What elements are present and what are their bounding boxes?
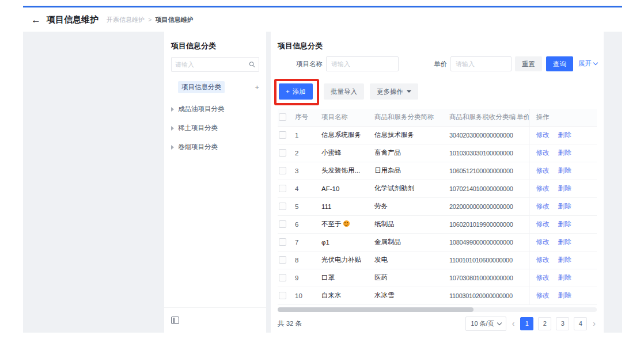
name-filter-input[interactable] xyxy=(326,56,399,71)
add-category-icon[interactable]: + xyxy=(255,83,259,92)
cell-price xyxy=(516,233,529,251)
table-row: 5 111 劳务 2020000000000000000 修改 删除 xyxy=(278,197,597,215)
edit-link[interactable]: 修改 xyxy=(536,256,550,263)
edit-link[interactable]: 修改 xyxy=(536,220,550,227)
edit-link[interactable]: 修改 xyxy=(536,274,550,281)
select-all-checkbox[interactable] xyxy=(279,113,286,121)
cell-ops: 修改 删除 xyxy=(529,269,597,287)
delete-link[interactable]: 删除 xyxy=(558,203,571,209)
sidebar-footer xyxy=(164,307,266,333)
delete-link[interactable]: 删除 xyxy=(558,238,571,245)
tree-item[interactable]: 稀土项目分类 xyxy=(164,119,266,138)
cell-code: 1070214010000000000 xyxy=(448,180,516,197)
sidebar-title: 项目信息分类 xyxy=(171,41,216,51)
query-button[interactable]: 查询 xyxy=(546,56,573,71)
next-page-icon[interactable]: › xyxy=(592,319,597,328)
expand-toggle[interactable]: 展开 xyxy=(578,59,597,68)
tree-item[interactable]: 卷烟项目分类 xyxy=(164,138,266,157)
batch-import-button[interactable]: 批量导入 xyxy=(324,83,364,100)
row-checkbox[interactable] xyxy=(279,167,286,174)
more-actions-label: 更多操作 xyxy=(377,87,403,96)
delete-link[interactable]: 删除 xyxy=(558,292,571,299)
cell-code: 1100301020000000000 xyxy=(448,287,516,304)
row-checkbox[interactable] xyxy=(279,131,286,139)
tree-root-item[interactable]: 项目信息分类 + xyxy=(164,80,266,94)
delete-link[interactable]: 删除 xyxy=(558,274,571,281)
edit-link[interactable]: 修改 xyxy=(536,149,550,156)
cell-ops: 修改 删除 xyxy=(529,287,597,304)
table-row: 7 φ1 金属制品 1080499000000000000 修改 删除 xyxy=(278,233,597,251)
breadcrumb-parent[interactable]: 开票信息维护 xyxy=(107,16,145,24)
breadcrumb-separator: > xyxy=(148,16,151,23)
page-header: ← 项目信息维护 开票信息维护 > 项目信息维护 xyxy=(23,7,622,32)
smiley-emoji-icon xyxy=(343,220,350,227)
edit-link[interactable]: 修改 xyxy=(536,131,550,138)
total-count: 共 32 条 xyxy=(278,319,302,328)
back-arrow-icon[interactable]: ← xyxy=(31,15,41,25)
tree-root-label[interactable]: 项目信息分类 xyxy=(178,81,225,93)
row-checkbox[interactable] xyxy=(279,292,286,299)
collapse-panel-icon[interactable] xyxy=(171,317,179,324)
cell-price xyxy=(516,144,529,162)
tree-item[interactable]: 成品油项目分类 xyxy=(164,100,266,119)
delete-link[interactable]: 删除 xyxy=(558,131,571,138)
horizontal-scrollbar-thumb[interactable] xyxy=(278,307,473,312)
page-size-select[interactable]: 10 条/页 xyxy=(465,317,506,331)
row-checkbox[interactable] xyxy=(279,256,286,264)
add-button[interactable]: + 添加 xyxy=(279,83,313,100)
cell-price xyxy=(516,162,529,180)
sidebar-search-input[interactable] xyxy=(175,61,249,68)
page-button[interactable]: 2 xyxy=(538,317,551,330)
edit-link[interactable]: 修改 xyxy=(536,203,550,209)
table-row: 1 信息系统服务 信息技术服务 3040203000000000000 修改 删… xyxy=(278,126,597,144)
cell-category: 金属制品 xyxy=(373,233,448,251)
edit-link[interactable]: 修改 xyxy=(536,292,550,299)
cell-name: 头发装饰用... xyxy=(320,162,373,180)
page-button[interactable]: 3 xyxy=(556,317,569,330)
tree-item-label: 卷烟项目分类 xyxy=(178,143,218,151)
cell-name: 自来水 xyxy=(320,287,373,304)
table-footer: 共 32 条 10 条/页 ‹ 1 2 3 4 xyxy=(278,316,597,331)
pagination: 10 条/页 ‹ 1 2 3 4 › xyxy=(465,317,597,331)
caret-right-icon[interactable] xyxy=(171,126,174,131)
reset-button[interactable]: 重置 xyxy=(515,56,542,71)
delete-link[interactable]: 删除 xyxy=(558,167,571,174)
price-filter-input[interactable] xyxy=(450,56,512,71)
cell-seq: 10 xyxy=(294,287,320,304)
cell-price xyxy=(516,180,529,197)
row-checkbox[interactable] xyxy=(279,238,286,246)
caret-right-icon[interactable] xyxy=(171,107,174,112)
row-checkbox[interactable] xyxy=(279,185,286,192)
cell-name: 小蜜蜂 xyxy=(320,144,373,162)
content-area: 项目信息分类 项目信息分类 + 成品油项目分类 稀土项目分类 xyxy=(23,32,622,333)
delete-link[interactable]: 删除 xyxy=(558,220,571,227)
more-actions-button[interactable]: 更多操作 xyxy=(370,83,418,100)
row-checkbox[interactable] xyxy=(279,220,286,228)
table-row: 6 不至于 纸制品 1060201019900000000 修改 删除 xyxy=(278,215,597,233)
col-code: 商品和服务税收分类编码 xyxy=(448,109,516,126)
cell-ops: 修改 删除 xyxy=(529,144,597,162)
row-checkbox[interactable] xyxy=(279,274,286,281)
page-button[interactable]: 4 xyxy=(574,317,587,330)
caret-right-icon[interactable] xyxy=(171,145,174,150)
edit-link[interactable]: 修改 xyxy=(536,185,550,192)
page-button[interactable]: 1 xyxy=(520,317,533,330)
edit-link[interactable]: 修改 xyxy=(536,238,550,245)
cell-category: 化学试剂助剂 xyxy=(373,180,448,197)
delete-link[interactable]: 删除 xyxy=(558,185,571,192)
cell-category: 发电 xyxy=(373,251,448,269)
cell-category: 水冰雪 xyxy=(373,287,448,304)
row-checkbox[interactable] xyxy=(279,203,286,210)
add-button-label: 添加 xyxy=(293,87,306,96)
cell-seq: 9 xyxy=(294,269,320,287)
cell-ops: 修改 删除 xyxy=(529,215,597,233)
delete-link[interactable]: 删除 xyxy=(558,149,571,156)
table-row: 2 小蜜蜂 畜禽产品 1010303030100000000 修改 删除 xyxy=(278,144,597,162)
edit-link[interactable]: 修改 xyxy=(536,167,550,174)
delete-link[interactable]: 删除 xyxy=(558,256,571,263)
cell-code: 1070308010000000000 xyxy=(448,269,516,287)
row-checkbox[interactable] xyxy=(279,149,286,157)
cell-category: 医药 xyxy=(373,269,448,287)
prev-page-icon[interactable]: ‹ xyxy=(511,319,516,328)
cell-ops: 修改 删除 xyxy=(529,233,597,251)
